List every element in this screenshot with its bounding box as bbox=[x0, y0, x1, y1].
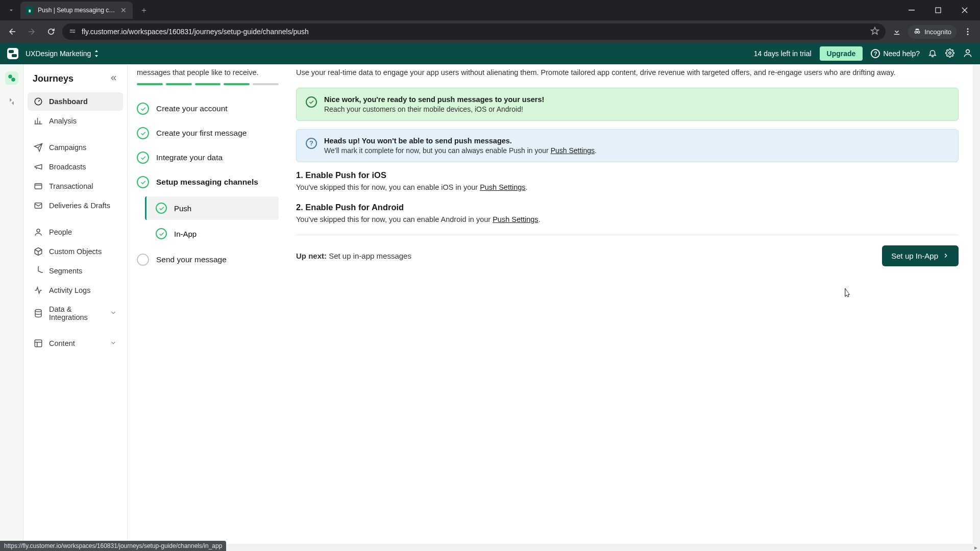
text-part: You've skipped this for now, you can ena… bbox=[296, 183, 480, 191]
notifications-icon[interactable] bbox=[928, 48, 937, 59]
progress-seg bbox=[224, 83, 250, 85]
app-logo[interactable] bbox=[7, 48, 18, 59]
nav-segments[interactable]: Segments bbox=[28, 262, 123, 280]
nav-data-integrations[interactable]: Data & Integrations bbox=[28, 300, 123, 326]
trial-text: 14 days left in trial bbox=[754, 49, 812, 58]
main-intro: Use your real-time data to engage your a… bbox=[296, 67, 959, 79]
nav-label: Data & Integrations bbox=[49, 305, 104, 321]
scroll-right-icon[interactable]: ► bbox=[972, 544, 980, 551]
substep-inapp[interactable]: In-App bbox=[145, 222, 279, 245]
cta-label: Set up In-App bbox=[891, 252, 938, 260]
step-create-account[interactable]: Create your account bbox=[137, 96, 279, 121]
maximize-button[interactable] bbox=[927, 2, 949, 18]
substep-label: In-App bbox=[174, 230, 197, 238]
step-setup-channels[interactable]: Setup messaging channels bbox=[137, 170, 279, 194]
incognito-badge[interactable]: Incognito bbox=[908, 25, 957, 39]
svg-rect-14 bbox=[35, 184, 42, 189]
back-button[interactable] bbox=[4, 23, 20, 40]
nav-people[interactable]: People bbox=[28, 223, 123, 241]
settings-gear-icon[interactable] bbox=[945, 48, 954, 59]
reload-button[interactable] bbox=[43, 23, 59, 40]
step-first-message[interactable]: Create your first message bbox=[137, 121, 279, 145]
left-rail bbox=[0, 64, 23, 551]
svg-point-11 bbox=[8, 74, 12, 79]
minimize-button[interactable] bbox=[900, 2, 923, 18]
banner-text: We'll mark it complete for now, but you … bbox=[324, 146, 597, 155]
nav-label: Deliveries & Drafts bbox=[49, 202, 110, 210]
new-tab-button[interactable]: ＋ bbox=[137, 3, 151, 17]
check-circle-icon bbox=[137, 103, 149, 115]
nav-campaigns[interactable]: Campaigns bbox=[28, 138, 123, 157]
progress-seg bbox=[166, 83, 192, 85]
gauge-icon bbox=[34, 97, 43, 106]
main-column: Use your real-time data to engage your a… bbox=[286, 64, 973, 551]
address-bar[interactable]: fly.customer.io/workspaces/160831/journe… bbox=[62, 23, 886, 40]
nav-label: People bbox=[49, 228, 72, 236]
nav-activity-logs[interactable]: Activity Logs bbox=[28, 281, 123, 299]
banner-title: Heads up! You won't be able to send push… bbox=[324, 137, 597, 145]
address-row: fly.customer.io/workspaces/160831/journe… bbox=[0, 20, 980, 43]
sidebar-header: Journeys bbox=[28, 71, 123, 92]
footer-row: Up next: Set up in-app messages Set up I… bbox=[296, 243, 959, 266]
site-info-icon[interactable] bbox=[68, 27, 77, 37]
svg-point-8 bbox=[967, 34, 969, 35]
rail-journeys-icon[interactable] bbox=[5, 71, 18, 85]
close-window-button[interactable] bbox=[953, 2, 976, 18]
account-avatar-icon[interactable] bbox=[963, 48, 973, 60]
steps-intro: messages that people like to receive. bbox=[137, 67, 279, 78]
nav-broadcasts[interactable]: Broadcasts bbox=[28, 158, 123, 176]
substeps: Push In-App bbox=[145, 196, 279, 245]
tabs-dropdown[interactable] bbox=[4, 3, 18, 17]
chevron-right-icon bbox=[942, 252, 949, 259]
success-banner: Nice work, you're ready to send push mes… bbox=[296, 88, 959, 121]
bar-chart-icon bbox=[34, 116, 43, 126]
browser-tab[interactable]: ∎ Push | Setup messaging chann ✕ bbox=[20, 2, 133, 19]
tab-close-icon[interactable]: ✕ bbox=[119, 6, 128, 14]
tab-title: Push | Setup messaging chann bbox=[38, 7, 115, 14]
transactional-icon bbox=[34, 182, 43, 191]
nav-label: Campaigns bbox=[49, 143, 86, 152]
svg-point-5 bbox=[918, 31, 920, 33]
database-icon bbox=[34, 309, 43, 318]
setup-inapp-button[interactable]: Set up In-App bbox=[882, 245, 959, 266]
collapse-sidebar-icon[interactable] bbox=[110, 74, 118, 84]
divider bbox=[296, 235, 959, 235]
upgrade-button[interactable]: Upgrade bbox=[820, 46, 863, 61]
nav-label: Content bbox=[49, 339, 75, 347]
url-text: fly.customer.io/workspaces/160831/journe… bbox=[82, 28, 309, 36]
substep-push[interactable]: Push bbox=[145, 196, 279, 220]
push-settings-link[interactable]: Push Settings bbox=[493, 215, 538, 223]
cube-icon bbox=[34, 247, 43, 256]
empty-circle-icon bbox=[137, 254, 149, 266]
progress-seg bbox=[195, 83, 221, 85]
step-label: Setup messaging channels bbox=[156, 178, 258, 187]
check-circle-icon bbox=[156, 203, 167, 214]
rail-secondary-icon[interactable] bbox=[5, 95, 18, 108]
forward-button[interactable] bbox=[23, 23, 40, 40]
step-integrate[interactable]: Integrate your data bbox=[137, 145, 279, 170]
nav-content[interactable]: Content bbox=[28, 334, 123, 353]
browser-menu-icon[interactable] bbox=[960, 23, 976, 40]
push-settings-link[interactable]: Push Settings bbox=[551, 146, 595, 155]
svg-point-6 bbox=[967, 28, 969, 30]
nav-analysis[interactable]: Analysis bbox=[28, 112, 123, 130]
nav-custom-objects[interactable]: Custom Objects bbox=[28, 242, 123, 261]
megaphone-icon bbox=[34, 162, 43, 171]
help-link[interactable]: ? Need help? bbox=[871, 49, 920, 58]
nav-dashboard[interactable]: Dashboard bbox=[28, 92, 123, 111]
check-circle-icon bbox=[137, 152, 149, 164]
nav-deliveries[interactable]: Deliveries & Drafts bbox=[28, 196, 123, 215]
steps-column: messages that people like to receive. Cr… bbox=[128, 64, 286, 551]
step-send[interactable]: Send your message bbox=[137, 247, 279, 272]
push-settings-link[interactable]: Push Settings bbox=[480, 183, 525, 191]
bookmark-icon[interactable] bbox=[870, 27, 879, 37]
workspace-switcher[interactable]: UXDesign Marketing bbox=[26, 49, 99, 58]
svg-point-17 bbox=[35, 310, 41, 312]
svg-point-4 bbox=[915, 31, 917, 33]
vertical-scrollbar[interactable] bbox=[973, 64, 980, 551]
downloads-icon[interactable] bbox=[889, 23, 905, 40]
section-1-text: You've skipped this for now, you can ena… bbox=[296, 183, 959, 191]
nav-transactional[interactable]: Transactional bbox=[28, 177, 123, 195]
svg-point-10 bbox=[966, 49, 970, 53]
up-next-value: Set up in-app messages bbox=[327, 252, 411, 260]
